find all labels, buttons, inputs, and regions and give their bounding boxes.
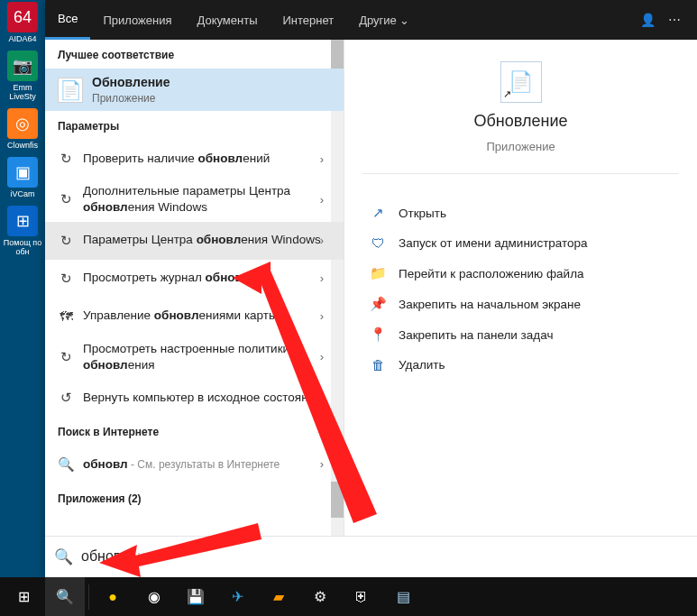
folder-icon: 📁 <box>370 265 386 281</box>
refresh-icon: ↻ <box>58 151 74 167</box>
search-tabs: Все Приложения Документы Интернет Другие… <box>45 0 697 40</box>
scrollbar-thumb[interactable] <box>331 482 344 518</box>
section-apps: Приложения (2) <box>45 483 344 512</box>
shield-icon: 🛡 <box>370 235 386 251</box>
search-panel: Все Приложения Документы Интернет Другие… <box>45 0 697 577</box>
taskbar: ⊞ 🔍 ● ◉ 💾 ✈ ▰ ⚙ ⛨ ▤ <box>0 577 697 616</box>
overflow-icon[interactable]: ⋯ <box>668 13 681 27</box>
tab-docs[interactable]: Документы <box>184 0 270 40</box>
search-icon: 🔍 <box>45 547 81 566</box>
chevron-right-icon: › <box>320 271 324 285</box>
taskbar-divider <box>88 584 89 610</box>
taskbar-app-save[interactable]: 💾 <box>176 577 216 616</box>
desktop-icon[interactable]: ▣iVCam <box>1 155 44 200</box>
desktop-icon[interactable]: ◎Clownfis <box>1 106 44 152</box>
action-pin-taskbar[interactable]: 📍Закрепить на панели задач <box>344 319 697 350</box>
preview-actions: ↗Открыть 🛡Запуск от имени администратора… <box>344 187 697 391</box>
settings-result[interactable]: ↺ Вернуть компьютер в исходное состояние… <box>45 379 344 417</box>
chevron-down-icon: ⌄ <box>399 14 409 27</box>
desktop-icons: 64AIDA64 📷Emm LiveSty ◎Clownfis ▣iVCam ⊞… <box>0 0 45 577</box>
web-result[interactable]: 🔍 обновл - См. результаты в Интернете › <box>45 446 344 483</box>
preview-app-icon: 📄↗ <box>500 61 542 103</box>
settings-result[interactable]: 🗺 Управление обновлениями карты › <box>45 298 344 336</box>
results-list: Лучшее соответствие 📄 Обновление Приложе… <box>45 40 344 536</box>
settings-result-hover[interactable]: ↻ Параметры Центра обновления Windows › <box>45 222 344 260</box>
refresh-icon: ↻ <box>58 349 74 365</box>
taskbar-app-defender[interactable]: ⛨ <box>342 577 381 616</box>
refresh-icon: ↻ <box>58 233 74 249</box>
taskbar-app-settings[interactable]: ⚙ <box>300 577 340 616</box>
section-best-match: Лучшее соответствие <box>45 40 344 69</box>
search-input-row[interactable]: 🔍 обновление <box>45 536 697 577</box>
preview-subtitle: Приложение <box>486 140 555 153</box>
tab-apps[interactable]: Приложения <box>90 0 184 40</box>
reset-icon: ↺ <box>58 390 74 406</box>
shortcut-badge-icon: ↗ <box>503 88 511 100</box>
desktop-icon[interactable]: 📷Emm LiveSty <box>1 49 44 103</box>
settings-result[interactable]: ↻ Проверить наличие обновлений › <box>45 140 344 178</box>
preview-title: Обновление <box>474 112 568 131</box>
pin-icon: 📌 <box>370 296 386 312</box>
tab-all[interactable]: Все <box>45 0 90 40</box>
preview-pane: 📄↗ Обновление Приложение ↗Открыть 🛡Запус… <box>344 40 697 536</box>
chevron-right-icon: › <box>320 193 324 207</box>
chevron-right-icon: › <box>320 234 324 247</box>
ivcam-icon: ▣ <box>7 157 38 188</box>
chevron-right-icon: › <box>320 152 324 166</box>
clownfish-icon: ◎ <box>7 108 38 139</box>
map-icon: 🗺 <box>58 308 74 325</box>
action-pin-start[interactable]: 📌Закрепить на начальном экране <box>344 289 697 319</box>
action-uninstall[interactable]: 🗑Удалить <box>344 350 697 380</box>
refresh-icon: ↻ <box>58 271 74 287</box>
update-app-icon: 📄 <box>58 78 83 103</box>
refresh-icon: ↻ <box>58 191 74 207</box>
open-icon: ↗ <box>370 205 386 221</box>
chevron-right-icon: › <box>320 350 324 363</box>
trash-icon: 🗑 <box>370 357 386 372</box>
taskbar-app-telegram[interactable]: ✈ <box>217 577 257 616</box>
user-icon[interactable]: 👤 <box>640 13 656 27</box>
upgrade-icon: ⊞ <box>7 206 38 236</box>
best-match-item[interactable]: 📄 Обновление Приложение <box>45 69 344 111</box>
desktop-icon[interactable]: 64AIDA64 <box>1 0 44 45</box>
desktop-icon[interactable]: ⊞Помощ по обн <box>1 204 44 258</box>
search-icon: 🔍 <box>58 456 74 473</box>
action-run-admin[interactable]: 🛡Запуск от имени администратора <box>344 228 697 258</box>
taskbar-app-sublime[interactable]: ▰ <box>259 577 298 616</box>
section-web: Поиск в Интернете <box>45 417 344 446</box>
chevron-right-icon: › <box>320 391 324 404</box>
settings-result[interactable]: ↻ Просмотреть журнал обновлен › <box>45 260 344 298</box>
chevron-right-icon: › <box>320 457 324 471</box>
settings-result[interactable]: ↻ Дополнительные параметры Центра обновл… <box>45 178 344 221</box>
taskbar-app-generic[interactable]: ▤ <box>383 577 423 616</box>
separator <box>362 173 679 174</box>
taskbar-app-chrome[interactable]: ◉ <box>134 577 174 616</box>
section-settings: Параметры <box>45 111 344 140</box>
aida-icon: 64 <box>7 2 38 32</box>
tab-more[interactable]: Другие ⌄ <box>346 0 422 40</box>
taskbar-search-button[interactable]: 🔍 <box>45 577 85 616</box>
action-open[interactable]: ↗Открыть <box>344 198 697 228</box>
action-open-location[interactable]: 📁Перейти к расположению файла <box>344 258 697 289</box>
chevron-right-icon: › <box>320 309 324 323</box>
settings-result[interactable]: ↻ Просмотреть настроенные политики обнов… <box>45 336 344 379</box>
taskbar-app-yandex[interactable]: ● <box>93 577 133 616</box>
tab-web[interactable]: Интернет <box>270 0 346 40</box>
cam-icon: 📷 <box>7 51 38 81</box>
pin-icon: 📍 <box>370 326 386 343</box>
search-input[interactable]: обновление <box>81 548 697 565</box>
start-button[interactable]: ⊞ <box>4 577 43 616</box>
